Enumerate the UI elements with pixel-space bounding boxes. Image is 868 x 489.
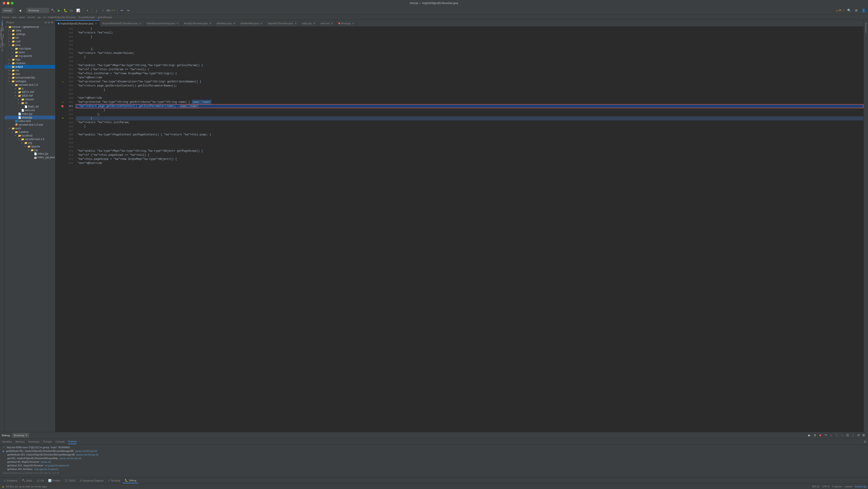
breadcrumb-item[interactable]: tomcat <box>2 16 9 19</box>
bookmarks-icon[interactable]: Bookmarks <box>864 21 868 35</box>
debug-tab-console[interactable]: Console <box>55 439 64 444</box>
tab-close-button[interactable]: ✕ <box>209 22 212 25</box>
breadcrumb-item[interactable]: java <box>12 16 17 19</box>
tree-item[interactable]: ▾📂servelet-test-1.0 <box>4 83 55 87</box>
tree-item[interactable]: 🌐index.html <box>4 119 55 123</box>
debug-frame-item[interactable]: getValue:65, MapELResolver (javax.el) <box>0 460 868 464</box>
settings-icon[interactable]: ⚙ <box>854 8 859 13</box>
settings-tree-icon[interactable]: ⚙ <box>51 21 53 24</box>
debug-tab-memory[interactable]: Memory <box>16 439 25 444</box>
vcs-update-icon[interactable]: ↓ <box>94 8 99 13</box>
tab-close-button[interactable]: ✕ <box>138 22 142 25</box>
tree-item[interactable]: ▾📂tomcat ~/gitlab/tomcat <box>4 25 55 29</box>
debug-step-into-icon[interactable]: ↓ <box>829 433 834 438</box>
close-button[interactable] <box>3 2 5 4</box>
debug-config-selector[interactable]: Bootstrap ✕ <box>12 433 29 438</box>
debug-tab-overhead[interactable]: Overhead <box>28 439 39 444</box>
breakpoint-icon[interactable] <box>61 105 64 107</box>
editor-tab[interactable]: JasperELResolver.java✕ <box>265 20 300 27</box>
tree-item[interactable]: 📄MyEL.tld <box>4 105 55 109</box>
build-icon[interactable]: 🔨 <box>50 8 55 13</box>
editor-tab[interactable]: AstIdentifier.java✕ <box>238 20 265 27</box>
breadcrumb-item[interactable]: javax <box>19 16 25 19</box>
debug-resume-icon[interactable]: ▶ <box>807 433 812 438</box>
tree-item[interactable]: 📄index.jsp <box>4 112 55 116</box>
tree-item[interactable]: ▸📁javax <box>4 51 55 54</box>
maximize-button[interactable] <box>11 2 13 4</box>
breadcrumb-item[interactable]: jsp <box>37 16 41 19</box>
debug-settings-icon[interactable]: ⚙ <box>861 433 866 438</box>
tree-item[interactable]: ▸📁.settings <box>4 32 55 36</box>
tree-item[interactable]: ▸📁org.apache <box>4 54 55 58</box>
tree-item[interactable]: ▸📁js <box>4 87 55 90</box>
editor-tab[interactable]: index.jsp✕ <box>300 20 318 27</box>
debug-pause-icon[interactable]: ⏸ <box>812 433 817 438</box>
minimize-button[interactable] <box>7 2 9 4</box>
tree-item[interactable]: ▸📁bin <box>4 36 55 39</box>
debug-filter-icon[interactable]: ⊞ <box>864 440 866 443</box>
debug-frame-item[interactable]: getAttribute:353, ImplicitObjectELResolv… <box>0 453 868 456</box>
tree-item[interactable]: ▾📂servelet-test-1.0 <box>4 137 55 141</box>
tab-close-button[interactable]: ✕ <box>94 22 97 25</box>
undo-icon[interactable]: ↩ <box>119 8 125 13</box>
tab-close-button[interactable]: ✕ <box>331 22 334 25</box>
bottom-tab-terminal[interactable]: >Terminal <box>106 478 122 483</box>
code-editor[interactable]: ⚠⚠➔ 342343344345346347348349350351352353… <box>55 27 864 432</box>
editor-tab[interactable]: AstValue.java✕ <box>214 20 238 27</box>
debug-step-out-icon[interactable]: ↑ <box>834 433 839 438</box>
tree-item[interactable]: ▾📂jsp <box>4 148 55 152</box>
debug-tab-threads[interactable]: Threads <box>43 439 52 444</box>
tree-item[interactable]: ▾📂output <box>4 65 55 68</box>
breadcrumb-item[interactable]: getInitParam <box>98 16 112 19</box>
debug-stop-icon[interactable]: ■ <box>818 433 823 438</box>
tab-close-button[interactable]: ✕ <box>351 22 354 25</box>
editor-tab[interactable]: web.xml✕ <box>318 20 336 27</box>
tree-item[interactable]: ☕index_jsp.java <box>4 155 55 159</box>
tree-item[interactable]: ▾📂lib <box>4 101 55 105</box>
tree-item[interactable]: ▸📁logs <box>4 58 55 61</box>
run-config-selector[interactable]: Bootstrap <box>27 8 49 13</box>
debug-rerun-icon[interactable]: ↺ <box>856 433 861 438</box>
debug-run-to-cursor-icon[interactable]: → <box>839 433 844 438</box>
tree-item[interactable]: ▾📂localhost <box>4 134 55 137</box>
run-icon[interactable]: ▶ <box>56 8 62 13</box>
tree-item[interactable]: ▸📁conf <box>4 39 55 43</box>
breadcrumb-item[interactable]: ImplicitObjectELResolver <box>48 16 76 19</box>
breadcrumb-item[interactable]: servlet <box>28 16 35 19</box>
tree-item[interactable]: ▾📂WEB-INF <box>4 94 55 97</box>
tree-item[interactable]: ▸📁tomcat-build-libs <box>4 76 55 80</box>
tree-item[interactable]: ▾📂apache <box>4 145 55 148</box>
tree-item[interactable]: ▾📂org <box>4 141 55 145</box>
tree-item[interactable]: ▸📁com.luban <box>4 47 55 51</box>
debug-tab-variables[interactable]: Variables <box>2 439 12 444</box>
debug-step-over-icon[interactable]: ↷ <box>823 433 828 438</box>
debug-frame-item[interactable]: getValue:184, AstValue (org.apache.el.pa… <box>0 467 868 471</box>
breadcrumb-item[interactable]: el <box>43 16 45 19</box>
tree-item[interactable]: 📄index.jsp <box>4 152 55 155</box>
add-config-icon[interactable]: + <box>85 8 90 13</box>
tree-item[interactable]: ▸📁res <box>4 68 55 72</box>
bottom-tab-debug[interactable]: 🐛Debug <box>123 478 138 483</box>
tree-item[interactable]: ▸📁.idea <box>4 29 55 32</box>
bottom-tab-profiler[interactable]: 📊Profiler <box>46 478 62 483</box>
debug-tab-frames[interactable]: Frames <box>68 439 77 444</box>
search-icon[interactable]: 🔍 <box>846 8 852 13</box>
debug-icon[interactable]: 🐛 <box>63 8 68 13</box>
redo-icon[interactable]: ↪ <box>126 8 131 13</box>
editor-tab[interactable]: show.jsp✕ <box>336 20 357 27</box>
big-data-tools-icon[interactable]: Big Data Tools <box>0 44 4 48</box>
vcs-push-icon[interactable]: ↑ <box>100 8 105 13</box>
database-icon[interactable]: Database <box>0 39 4 43</box>
debug-more-icon[interactable]: ⋮ <box>850 433 855 438</box>
collapse-all-icon[interactable]: ⊟ <box>44 21 47 24</box>
status-event-log[interactable]: Event Log <box>855 485 866 488</box>
status-line-col[interactable]: 364:14 <box>812 485 819 488</box>
tab-close-button[interactable]: ✕ <box>313 22 316 25</box>
status-indent[interactable]: 4 spaces <box>832 485 842 488</box>
status-branch[interactable]: master <box>845 485 852 488</box>
bottom-tab-problems[interactable]: ⚠Problems <box>2 478 19 483</box>
debug-evaluate-icon[interactable]: ⊡ <box>845 433 850 438</box>
user-icon[interactable]: 👤 <box>861 8 866 13</box>
iol-icon[interactable]: IOL <box>0 48 4 52</box>
editor-tab[interactable]: ValueExpressionImpl.java✕ <box>144 20 182 27</box>
